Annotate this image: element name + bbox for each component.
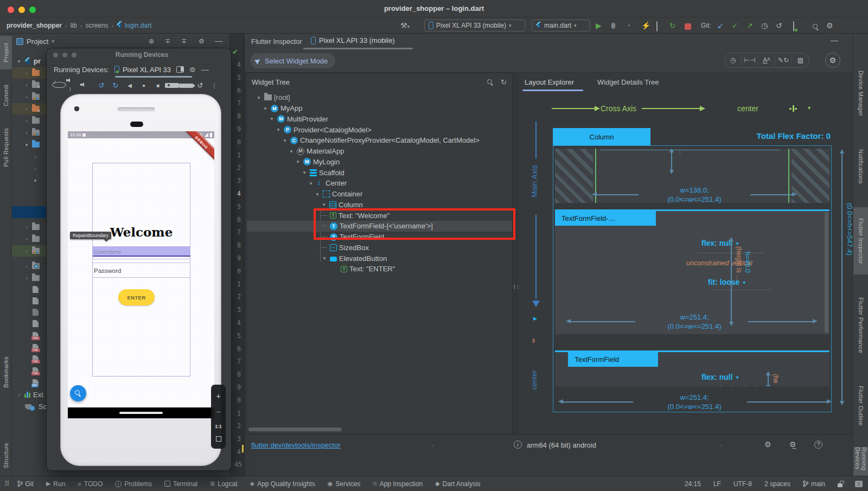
expand-all-icon[interactable]: ∓	[165, 37, 170, 45]
statusbar-dart-analysis[interactable]: ◆Dart Analysis	[435, 480, 481, 488]
debug-button[interactable]: ⬮	[611, 21, 616, 30]
tree-row-multiprovider[interactable]: ▾MMultiProvider	[247, 114, 512, 125]
project-row[interactable]: ›	[33, 163, 38, 174]
panel-hide-icon[interactable]: —	[831, 36, 838, 44]
rollback-icon[interactable]: ↺	[776, 21, 782, 30]
breadcrumb-lib[interactable]: lib	[71, 22, 77, 29]
caret-position[interactable]: 24:15	[685, 480, 701, 488]
stop-button[interactable]	[685, 23, 691, 30]
cross-axis-alignment-value[interactable]: center	[737, 104, 758, 113]
zoom-in-button[interactable]: +	[216, 392, 220, 400]
volume-icon[interactable]	[80, 81, 94, 90]
phone-screen[interactable]: 12:33 DEBUG Welcome RepaintBoundary User…	[68, 131, 214, 418]
android-home-icon[interactable]: ●	[137, 82, 151, 88]
hot-reload-icon[interactable]: ⚡	[641, 21, 650, 30]
project-row-test[interactable]: ›	[24, 260, 40, 272]
show-guidelines-icon[interactable]: ⊢⊣	[742, 53, 758, 67]
project-root-row[interactable]: ▾ pr	[16, 55, 41, 67]
tree-row-mylogin[interactable]: ▾MMyLogin	[247, 157, 512, 168]
tree-row-sizedbox[interactable]: SizedBox	[247, 243, 512, 253]
project-row[interactable]: ›	[24, 221, 40, 233]
enter-button[interactable]: ENTER	[118, 289, 155, 305]
screenshot-camera-icon[interactable]	[165, 81, 179, 90]
inspector-device-tab[interactable]: Pixel XL API 33 (mobile)	[311, 36, 395, 44]
project-row[interactable]: ›	[24, 233, 40, 245]
tree-row-provider[interactable]: ▾PProvider<CatalogModel>	[247, 124, 512, 135]
hot-restart-icon[interactable]: ↻	[669, 21, 676, 30]
statusbar-app-quality-insights[interactable]: ◈App Quality Insights	[250, 480, 315, 488]
fit-dropdown-chevron-icon[interactable]: ▾	[743, 279, 745, 285]
settings-gear-icon[interactable]: ⚙	[826, 21, 833, 30]
rotate-right-icon[interactable]: ↻	[108, 81, 123, 90]
project-file-row[interactable]	[33, 284, 39, 295]
column-widget-tab[interactable]: Column	[553, 128, 650, 145]
project-yaml-file-row[interactable]: YML	[33, 353, 39, 365]
zoom-reset-button[interactable]: 1:1	[215, 424, 221, 429]
file-encoding[interactable]: UTF-8	[733, 480, 752, 488]
indent-setting[interactable]: 2 spaces	[764, 480, 790, 488]
tree-row-elevatedbutton[interactable]: ▾ElevatedButton	[247, 253, 512, 264]
device-manager-icon[interactable]	[793, 22, 794, 31]
sidebar-tab-commit[interactable]: Commit	[0, 79, 12, 112]
screen-record-icon[interactable]	[179, 81, 193, 90]
search-everywhere-icon[interactable]	[812, 22, 819, 32]
sidebar-tab-project[interactable]: Project	[0, 36, 12, 69]
project-row[interactable]: ›	[24, 79, 40, 91]
highlight-repaints-icon[interactable]: ✎↻	[775, 53, 792, 67]
project-row[interactable]: ›	[33, 151, 38, 162]
project-row[interactable]: ›	[24, 272, 40, 284]
statusbar-terminal[interactable]: ›_Terminal	[164, 480, 197, 488]
git-commit-icon[interactable]: ✓	[732, 21, 738, 30]
breadcrumb-screens[interactable]: screens	[85, 22, 108, 29]
project-yaml-file-row[interactable]: YML	[33, 365, 39, 377]
git-push-icon[interactable]: ↗	[746, 21, 753, 30]
android-back-icon[interactable]: ◀	[123, 82, 137, 88]
tree-row-scaffold[interactable]: ▾Scaffold	[247, 167, 512, 178]
run-config-selector[interactable]: main.dart▾	[532, 20, 590, 31]
project-external-libraries-row[interactable]: › Ext	[16, 389, 43, 400]
sidebar-tab-pull-requests[interactable]: Pull Requests	[0, 122, 12, 174]
tab-layout-explorer[interactable]: Layout Explorer	[525, 78, 574, 86]
project-row[interactable]: ›	[24, 115, 40, 126]
select-widget-mode-button[interactable]: Select Widget Mode	[250, 53, 335, 68]
fit-to-window-icon[interactable]	[216, 436, 221, 442]
sidebar-tab-bookmarks[interactable]: Bookmarks	[0, 347, 12, 397]
tab-widget-details-tree[interactable]: Widget Details Tree	[597, 78, 659, 86]
footer-settings-gear-icon[interactable]: ⚙	[764, 440, 771, 449]
inspection-ok-checkmark-icon[interactable]: ✔	[232, 48, 238, 56]
search-fab[interactable]	[70, 385, 86, 401]
breadcrumb-project[interactable]: provider_shopper	[7, 22, 62, 29]
inspector-panel-title[interactable]: Flutter Inspector	[251, 37, 302, 46]
project-md-file-row[interactable]: MD	[33, 377, 39, 388]
flex-dropdown-chevron-icon[interactable]: ▾	[736, 240, 739, 246]
sidebar-tab-running-devices[interactable]: Running Devices	[853, 447, 868, 476]
username-field[interactable]: Username	[93, 246, 190, 257]
tree-row-container[interactable]: ▾Container	[247, 189, 512, 200]
show-baselines-icon[interactable]: Aᴬ	[758, 53, 775, 67]
device-tab[interactable]: Pixel XL API 33	[114, 66, 171, 74]
project-yaml-file-row[interactable]: YML	[33, 342, 39, 353]
statusbar-app-inspection[interactable]: ⍾App Inspection	[373, 480, 423, 488]
layout-icon[interactable]	[176, 66, 184, 73]
statusbar-services[interactable]: ◉Services	[328, 480, 361, 488]
android-overview-icon[interactable]: ■	[151, 82, 165, 88]
footer-hot-reload-icon[interactable]: ⚙̲	[789, 440, 796, 449]
zoom-out-button[interactable]: −	[216, 407, 220, 416]
horizontal-scrollbar[interactable]	[248, 428, 342, 431]
line-separator[interactable]: LF	[713, 480, 721, 488]
main-alignment-icon[interactable]: ‖·	[532, 337, 535, 344]
home-pill[interactable]	[119, 412, 163, 414]
running-devices-titlebar[interactable]: Running Devices	[47, 48, 231, 61]
project-row[interactable]: ›	[24, 127, 40, 138]
tree-search-icon[interactable]	[487, 79, 493, 85]
play-expand-icon[interactable]: ▶	[533, 316, 537, 321]
build-icon[interactable]: ⚒▾	[400, 21, 410, 30]
alignment-icon[interactable]	[789, 105, 797, 112]
statusbar-git[interactable]: Git	[17, 480, 34, 488]
tree-row-root[interactable]: ▾[root]	[247, 92, 512, 103]
sidebar-tab-flutter-outline[interactable]: Flutter Outline	[853, 374, 868, 437]
history-icon[interactable]: ◷	[761, 21, 768, 30]
device-selector[interactable]: Pixel XL API 33 (mobile)▾	[424, 20, 525, 31]
volume-up-icon[interactable]: )	[66, 77, 80, 93]
kebab-menu-icon[interactable]: ⋮	[207, 81, 221, 90]
